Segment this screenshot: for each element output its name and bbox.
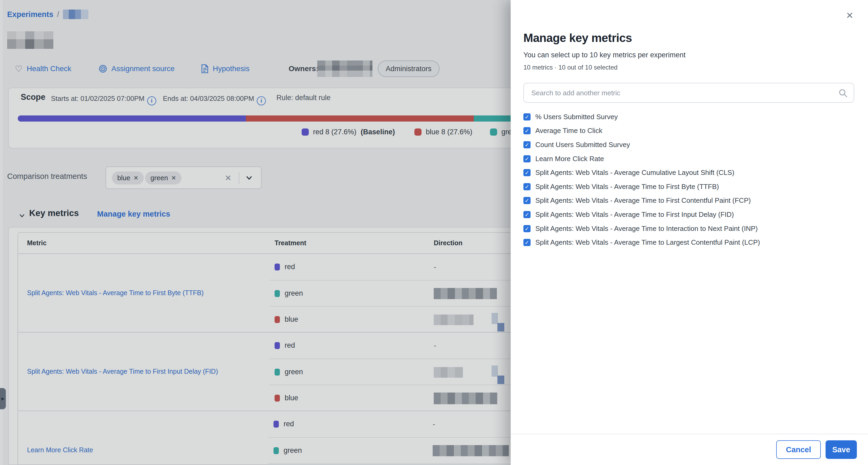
- metric-option[interactable]: Split Agents: Web Vitals - Average Time …: [523, 208, 858, 222]
- screen: Experiments / ♡ Health Check Assignment …: [0, 0, 868, 465]
- metric-option[interactable]: Learn More Click Rate: [523, 152, 858, 166]
- metric-search-input[interactable]: [531, 83, 834, 103]
- cancel-button[interactable]: Cancel: [776, 440, 821, 459]
- checked-checkbox[interactable]: [523, 113, 531, 120]
- save-button[interactable]: Save: [826, 440, 857, 459]
- metric-option[interactable]: Average Time to Click: [523, 124, 858, 138]
- metric-option[interactable]: % Users Submitted Survey: [523, 110, 858, 124]
- metric-option-label: Split Agents: Web Vitals - Average Time …: [535, 196, 751, 205]
- metric-option-label: Split Agents: Web Vitals - Average Time …: [535, 238, 760, 246]
- metric-option-label: Count Users Submitted Survey: [535, 141, 630, 149]
- checked-checkbox[interactable]: [523, 239, 531, 246]
- metric-search-box: [523, 83, 854, 103]
- metric-option-label: Learn More Click Rate: [535, 155, 604, 163]
- metric-option[interactable]: Count Users Submitted Survey: [523, 138, 858, 152]
- modal-title: Manage key metrics: [523, 31, 632, 45]
- close-icon[interactable]: ✕: [842, 8, 857, 23]
- manage-key-metrics-modal: ✕ Manage key metrics You can select up t…: [511, 0, 868, 465]
- metric-option-label: % Users Submitted Survey: [535, 113, 618, 121]
- checked-checkbox[interactable]: [523, 197, 531, 204]
- metric-option[interactable]: Split Agents: Web Vitals - Average Time …: [523, 180, 858, 194]
- checked-checkbox[interactable]: [523, 127, 531, 134]
- metric-checkbox-list: % Users Submitted Survey Average Time to…: [523, 110, 858, 250]
- metric-option-label: Split Agents: Web Vitals - Average Time …: [535, 210, 734, 219]
- metric-option-label: Split Agents: Web Vitals - Average Time …: [535, 183, 719, 191]
- checked-checkbox[interactable]: [523, 225, 531, 232]
- metric-option-label: Split Agents: Web Vitals - Average Time …: [535, 225, 757, 233]
- modal-subtitle: You can select up to 10 key metrics per …: [523, 51, 685, 59]
- metric-option-label: Split Agents: Web Vitals - Average Cumul…: [535, 169, 734, 177]
- checked-checkbox[interactable]: [523, 183, 531, 190]
- checked-checkbox[interactable]: [523, 155, 531, 163]
- modal-footer: Cancel Save: [511, 434, 868, 465]
- metric-option[interactable]: Split Agents: Web Vitals - Average Time …: [523, 222, 858, 236]
- metric-option[interactable]: Split Agents: Web Vitals - Average Time …: [523, 194, 858, 208]
- modal-selection-count: 10 metrics · 10 out of 10 selected: [523, 64, 618, 71]
- checked-checkbox[interactable]: [523, 169, 531, 176]
- checked-checkbox[interactable]: [523, 141, 531, 148]
- metric-option[interactable]: Split Agents: Web Vitals - Average Cumul…: [523, 166, 858, 180]
- metric-option[interactable]: Split Agents: Web Vitals - Average Time …: [523, 235, 858, 250]
- search-icon: [838, 88, 848, 98]
- checked-checkbox[interactable]: [523, 211, 531, 218]
- metric-option-label: Average Time to Click: [535, 126, 602, 135]
